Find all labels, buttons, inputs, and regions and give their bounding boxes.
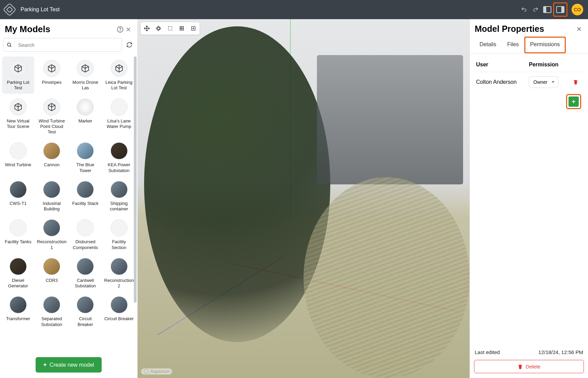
cube-icon xyxy=(77,60,94,77)
delete-button[interactable]: Delete xyxy=(474,360,584,373)
add-permission-button[interactable]: + xyxy=(568,96,579,107)
scrollbar[interactable] xyxy=(134,56,137,303)
left-panel-toggle[interactable] xyxy=(542,5,552,14)
close-properties-icon[interactable] xyxy=(575,25,583,33)
model-label: Parking Lot Test xyxy=(3,80,33,91)
cube-icon xyxy=(43,99,60,116)
model-item[interactable]: Diesel Generator xyxy=(2,255,34,292)
last-edited-label: Last edited xyxy=(475,349,500,355)
model-thumbnail xyxy=(10,296,27,313)
cube-icon xyxy=(10,99,27,116)
model-thumbnail xyxy=(77,258,94,275)
model-thumbnail xyxy=(43,219,60,236)
model-item[interactable]: Liisa's Lane Water Pump xyxy=(103,95,135,138)
select-tool-icon[interactable] xyxy=(165,24,175,33)
model-label: Shipping container xyxy=(104,201,134,212)
model-thumbnail xyxy=(111,181,128,198)
properties-panel: Model Properties Details Files Permissio… xyxy=(470,19,588,378)
model-item[interactable]: Pinstripes xyxy=(36,56,68,94)
model-thumbnail xyxy=(111,99,128,116)
tab-details[interactable]: Details xyxy=(474,37,502,53)
help-icon[interactable] xyxy=(116,25,124,34)
model-item[interactable]: Cantwell Substation xyxy=(69,255,102,292)
model-label: Disbursed Components xyxy=(71,239,100,250)
watermark: Raptorium xyxy=(141,368,172,375)
page-title: Parking Lot Test xyxy=(21,6,60,13)
model-thumbnail xyxy=(10,181,27,198)
add-permission-highlight: + xyxy=(566,94,581,109)
watermark-icon xyxy=(144,369,149,374)
close-sidebar-icon[interactable] xyxy=(124,25,132,34)
model-item[interactable]: Separated Substation xyxy=(36,293,68,330)
svg-point-3 xyxy=(156,27,161,29)
model-item[interactable]: Reconstruction 1 xyxy=(36,216,68,253)
model-thumbnail xyxy=(43,258,60,275)
avatar[interactable]: CO xyxy=(572,4,583,15)
undo-icon[interactable] xyxy=(519,5,529,14)
model-label: Industrial Building xyxy=(37,201,67,212)
model-item[interactable]: Reconstruction 2 xyxy=(103,255,135,292)
svg-rect-10 xyxy=(181,28,182,29)
model-item[interactable]: New Virtual Tour Scene xyxy=(2,95,34,138)
model-item[interactable]: Circuit Breaker xyxy=(69,293,102,330)
model-item[interactable]: Parking Lot Test xyxy=(2,56,34,94)
viewport-3d[interactable]: Raptorium xyxy=(138,19,470,378)
refresh-icon[interactable] xyxy=(125,40,134,49)
move-tool-icon[interactable] xyxy=(142,24,152,33)
model-label: Facility Stack xyxy=(72,201,99,206)
cube-icon xyxy=(111,60,128,77)
viewport-toolbar xyxy=(140,22,200,35)
model-item[interactable]: Circuit Breaker xyxy=(103,293,135,330)
model-thumbnail xyxy=(77,99,94,116)
model-item[interactable]: KEA Power Substation xyxy=(103,139,135,176)
cube-icon xyxy=(10,60,27,77)
model-item[interactable]: Transformer xyxy=(2,293,34,330)
tab-files[interactable]: Files xyxy=(502,37,524,53)
permissions-table-head: User Permission xyxy=(474,57,584,72)
model-item[interactable]: Leica Parking Lot Test xyxy=(103,56,135,94)
delete-label: Delete xyxy=(526,364,540,369)
model-item[interactable]: Wind Turbine Point Cloud Test xyxy=(36,95,68,138)
rotate-tool-icon[interactable] xyxy=(154,24,163,33)
model-item[interactable]: Facility Section xyxy=(103,216,135,253)
model-label: Reconstruction 2 xyxy=(104,278,134,289)
model-label: Diesel Generator xyxy=(3,278,33,289)
sidebar-title: My Models xyxy=(5,24,116,35)
perm-select[interactable]: Owner xyxy=(529,76,558,88)
svg-rect-14 xyxy=(183,29,184,30)
redo-icon[interactable] xyxy=(531,5,540,14)
pointcloud-ground xyxy=(304,177,470,378)
right-panel-toggle[interactable] xyxy=(555,5,565,14)
perm-head-permission: Permission xyxy=(529,62,570,68)
model-thumbnail xyxy=(10,258,27,275)
model-label: Circuit Breaker xyxy=(104,316,134,322)
perm-head-user: User xyxy=(476,62,529,68)
model-item[interactable]: Morris Drone Las xyxy=(69,56,102,94)
search-input[interactable] xyxy=(15,42,122,48)
model-item[interactable]: Wind Turbine xyxy=(2,139,34,176)
model-item[interactable]: Facility Tanks xyxy=(2,216,34,253)
model-item[interactable]: CDR3 xyxy=(36,255,68,292)
model-label: Facility Section xyxy=(104,239,134,250)
add-tool-icon[interactable] xyxy=(189,24,198,33)
model-item[interactable]: Facility Stack xyxy=(69,178,102,215)
properties-title: Model Properties xyxy=(475,24,575,34)
model-label: Facility Tanks xyxy=(5,239,31,245)
model-item[interactable]: Shipping container xyxy=(103,178,135,215)
model-label: Liisa's Lane Water Pump xyxy=(104,118,134,130)
model-label: Circuit Breaker xyxy=(71,316,100,327)
grid-tool-icon[interactable] xyxy=(177,24,187,33)
model-item[interactable]: Marker xyxy=(69,95,102,138)
create-model-button[interactable]: + Create new model xyxy=(36,357,101,373)
model-thumbnail xyxy=(43,181,60,198)
svg-rect-6 xyxy=(180,26,181,27)
model-item[interactable]: Disbursed Components xyxy=(69,216,102,253)
model-item[interactable]: The Blue Tower xyxy=(69,139,102,176)
remove-permission-icon[interactable] xyxy=(570,79,582,85)
model-item[interactable]: Industrial Building xyxy=(36,178,68,215)
model-item[interactable]: Cannon xyxy=(36,139,68,176)
model-thumbnail xyxy=(77,142,94,159)
model-item[interactable]: CWS-T1 xyxy=(2,178,34,215)
tab-permissions[interactable]: Permissions xyxy=(524,37,566,53)
model-label: Cantwell Substation xyxy=(71,278,100,289)
